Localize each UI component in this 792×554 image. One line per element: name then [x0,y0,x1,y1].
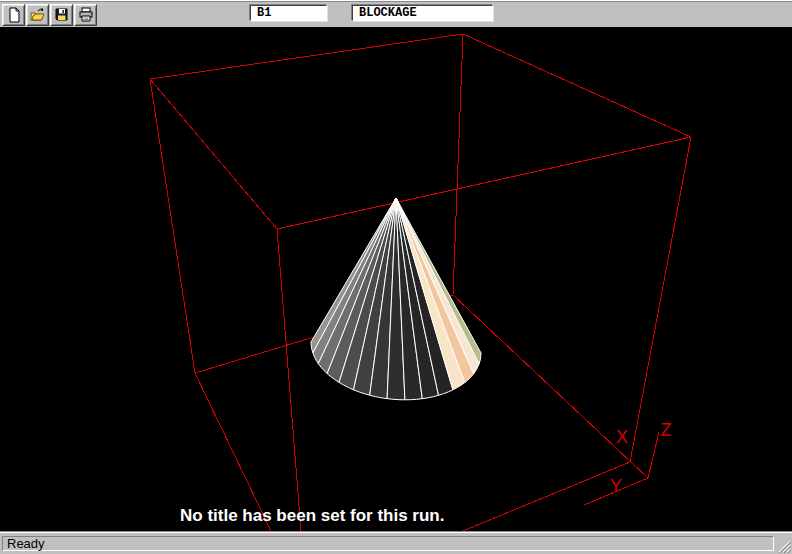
scene-canvas: XZY [0,28,792,531]
axis-label-x: X [616,427,628,447]
status-text: Ready [2,536,774,551]
status-bar: Ready [0,531,792,554]
print-button[interactable] [74,4,97,26]
run-title-overlay: No title has been set for this run. [180,506,444,526]
open-folder-icon [30,7,46,23]
save-floppy-icon [54,7,70,23]
print-icon [78,7,94,23]
toolbar [0,0,792,28]
new-button[interactable] [2,4,25,26]
app-window: { "toolbar": { "buttons": [ {"id": "new"… [0,0,792,554]
resize-grip-icon[interactable] [778,540,791,553]
object-name-field[interactable] [250,5,327,21]
new-document-icon [6,7,22,23]
axis-label-y: Y [610,476,622,496]
open-button[interactable] [26,4,49,26]
save-button[interactable] [50,4,73,26]
axis-label-z: Z [661,420,672,440]
object-type-field[interactable] [352,5,493,21]
viewport-3d[interactable]: XZY No title has been set for this run. [0,28,792,531]
